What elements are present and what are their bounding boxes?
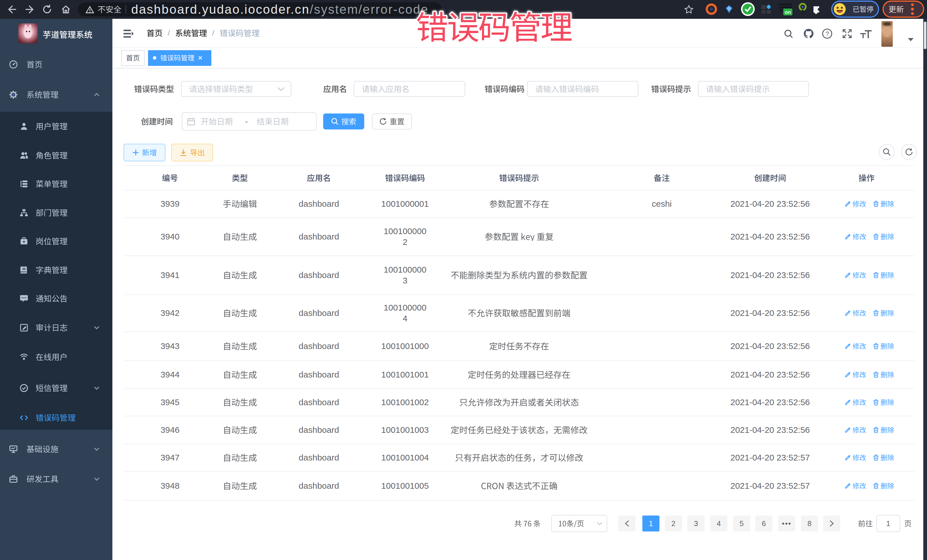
svg-text:on: on bbox=[785, 9, 791, 15]
svg-text:?: ? bbox=[825, 30, 829, 37]
